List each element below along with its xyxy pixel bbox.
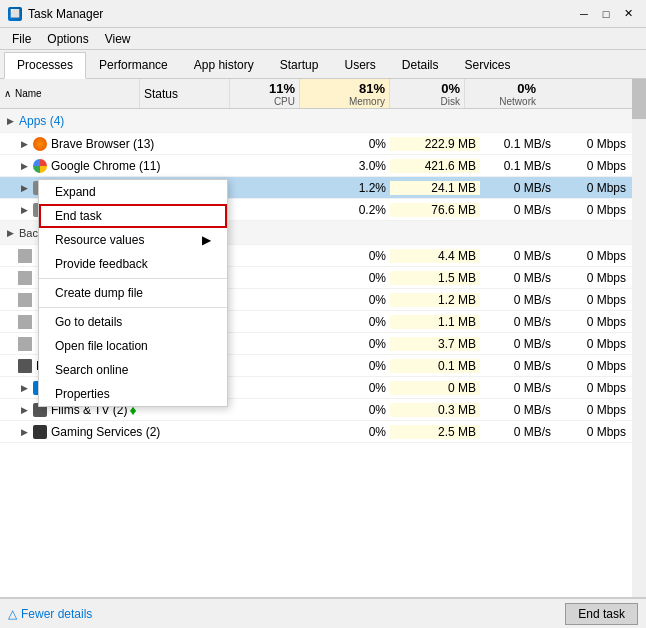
expand-brave-icon[interactable]: ▶ bbox=[18, 138, 30, 150]
end-task-button[interactable]: End task bbox=[565, 603, 638, 625]
cm-go-to-details[interactable]: Go to details bbox=[39, 310, 227, 334]
cm-resource-values[interactable]: Resource values ▶ bbox=[39, 228, 227, 252]
gaming-icon bbox=[33, 425, 47, 439]
table-row[interactable]: ▶ Brave Browser (13) 0% 222.9 MB 0.1 MB/… bbox=[0, 133, 646, 155]
sort-icon: ∧ bbox=[4, 88, 11, 99]
tab-app-history[interactable]: App history bbox=[181, 52, 267, 78]
expand-feeds-icon[interactable]: ▶ bbox=[18, 382, 30, 394]
cm-provide-feedback[interactable]: Provide feedback bbox=[39, 252, 227, 276]
title-bar: ⬜ Task Manager ─ □ ✕ bbox=[0, 0, 646, 28]
window-title: Task Manager bbox=[28, 7, 103, 21]
expand-films-icon[interactable]: ▶ bbox=[18, 404, 30, 416]
cm-separator-2 bbox=[39, 307, 227, 308]
col-header-cpu[interactable]: 11% CPU bbox=[230, 79, 300, 108]
cm-properties[interactable]: Properties bbox=[39, 382, 227, 406]
bg-row4-icon bbox=[18, 315, 32, 329]
submenu-arrow-icon: ▶ bbox=[202, 233, 211, 247]
group-apps-label: Apps (4) bbox=[19, 114, 64, 128]
cm-separator-1 bbox=[39, 278, 227, 279]
cm-end-task[interactable]: End task bbox=[39, 204, 227, 228]
tab-performance[interactable]: Performance bbox=[86, 52, 181, 78]
menu-view[interactable]: View bbox=[97, 30, 139, 47]
scrollbar-thumb[interactable] bbox=[632, 79, 646, 119]
tab-users[interactable]: Users bbox=[331, 52, 388, 78]
cm-create-dump[interactable]: Create dump file bbox=[39, 281, 227, 305]
cm-expand[interactable]: Expand bbox=[39, 180, 227, 204]
expand-bg-icon[interactable]: ▶ bbox=[4, 227, 16, 239]
expand-chrome-icon[interactable]: ▶ bbox=[18, 160, 30, 172]
maximize-button[interactable]: □ bbox=[596, 4, 616, 24]
expand-row3-icon[interactable]: ▶ bbox=[18, 182, 30, 194]
fewer-details-icon: △ bbox=[8, 607, 17, 621]
app-icon: ⬜ bbox=[8, 7, 22, 21]
bottom-bar: △ Fewer details End task bbox=[0, 598, 646, 628]
chrome-label: Google Chrome (11) bbox=[51, 159, 160, 173]
vertical-scrollbar[interactable] bbox=[632, 79, 646, 597]
menu-options[interactable]: Options bbox=[39, 30, 96, 47]
bg-row3-icon bbox=[18, 293, 32, 307]
tab-processes[interactable]: Processes bbox=[4, 52, 86, 79]
expand-apps-icon[interactable]: ▶ bbox=[4, 115, 16, 127]
cm-open-file-location[interactable]: Open file location bbox=[39, 334, 227, 358]
expand-gaming-icon[interactable]: ▶ bbox=[18, 426, 30, 438]
window-controls: ─ □ ✕ bbox=[574, 4, 638, 24]
tab-startup[interactable]: Startup bbox=[267, 52, 332, 78]
col-header-memory[interactable]: 81% Memory bbox=[300, 79, 390, 108]
gaming-label: Gaming Services (2) bbox=[51, 425, 160, 439]
tab-details[interactable]: Details bbox=[389, 52, 452, 78]
brave-icon bbox=[33, 137, 47, 151]
close-button[interactable]: ✕ bbox=[618, 4, 638, 24]
table-row[interactable]: ▶ Google Chrome (11) 3.0% 421.6 MB 0.1 M… bbox=[0, 155, 646, 177]
expand-row4-icon[interactable]: ▶ bbox=[18, 204, 30, 216]
main-content: ∧ Name Status 11% CPU 81% Memory 0% Disk… bbox=[0, 79, 646, 597]
minimize-button[interactable]: ─ bbox=[574, 4, 594, 24]
col-header-name[interactable]: ∧ Name bbox=[0, 79, 140, 108]
fewer-details-label: Fewer details bbox=[21, 607, 92, 621]
table-header: ∧ Name Status 11% CPU 81% Memory 0% Disk… bbox=[0, 79, 646, 109]
tabs-bar: Processes Performance App history Startu… bbox=[0, 50, 646, 79]
col-name-label: Name bbox=[15, 88, 42, 99]
chrome-icon bbox=[33, 159, 47, 173]
table-row[interactable]: ▶ Gaming Services (2) 0% 2.5 MB 0 MB/s 0… bbox=[0, 421, 646, 443]
cm-search-online[interactable]: Search online bbox=[39, 358, 227, 382]
fewer-details-button[interactable]: △ Fewer details bbox=[8, 607, 92, 621]
menu-bar: File Options View bbox=[0, 28, 646, 50]
col-header-network[interactable]: 0% Network bbox=[465, 79, 540, 108]
bg-row2-icon bbox=[18, 271, 32, 285]
menu-file[interactable]: File bbox=[4, 30, 39, 47]
bg-row1-icon bbox=[18, 249, 32, 263]
bg-row5-icon bbox=[18, 337, 32, 351]
col-header-disk[interactable]: 0% Disk bbox=[390, 79, 465, 108]
features-icon bbox=[18, 359, 32, 373]
tab-services[interactable]: Services bbox=[452, 52, 524, 78]
context-menu: Expand End task Resource values ▶ Provid… bbox=[38, 179, 228, 407]
brave-label: Brave Browser (13) bbox=[51, 137, 154, 151]
group-header-apps[interactable]: ▶ Apps (4) bbox=[0, 109, 646, 133]
col-header-status[interactable]: Status bbox=[140, 79, 230, 108]
